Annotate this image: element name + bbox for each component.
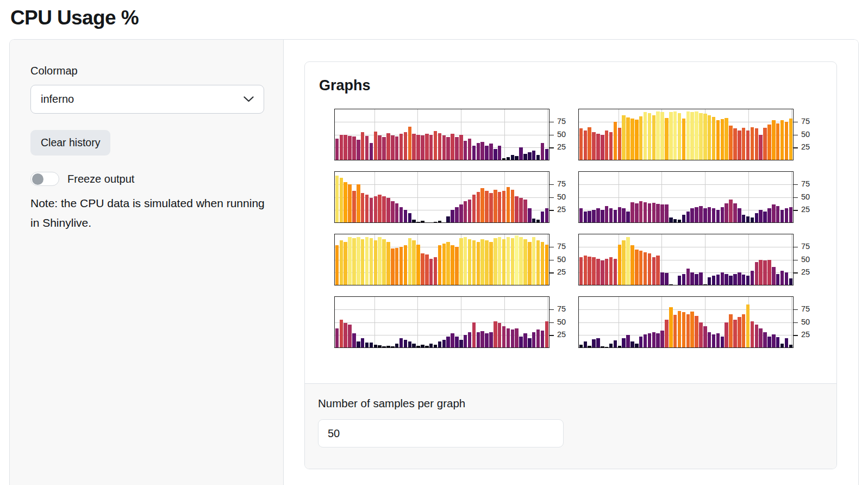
- bar: [438, 341, 442, 347]
- bar: [644, 202, 647, 222]
- bar: [665, 118, 669, 160]
- bar: [626, 212, 630, 222]
- bar: [592, 257, 596, 285]
- bar: [712, 208, 716, 222]
- bar: [742, 275, 746, 285]
- bar: [644, 334, 647, 347]
- bar: [340, 240, 344, 285]
- bar: [579, 128, 583, 160]
- bar: [434, 257, 438, 285]
- bar: [588, 257, 591, 285]
- clear-history-button[interactable]: Clear history: [30, 130, 110, 156]
- bar: [630, 245, 634, 285]
- bar: [716, 120, 720, 160]
- bar: [412, 344, 416, 347]
- charts-grid: 2550752550752550752550752550752550752550…: [334, 109, 823, 348]
- toggle-knob-icon: [32, 173, 43, 185]
- bar: [519, 337, 523, 347]
- bar: [609, 132, 613, 160]
- bar: [656, 111, 660, 160]
- bar: [352, 333, 356, 347]
- bar: [395, 136, 399, 160]
- cpu-graph-2: 255075: [578, 109, 822, 160]
- bar: [340, 320, 344, 347]
- bar: [472, 195, 476, 222]
- bar: [579, 208, 583, 222]
- bar: [391, 346, 395, 347]
- samples-input[interactable]: [318, 419, 564, 447]
- bar: [652, 115, 656, 160]
- bar: [601, 135, 604, 160]
- freeze-toggle-row: Freeze output: [30, 172, 263, 186]
- bar: [639, 251, 643, 285]
- bar: [352, 238, 356, 285]
- cpu-graph-3: 255075: [334, 171, 578, 223]
- bar: [404, 210, 408, 222]
- bar: [494, 190, 497, 222]
- bar: [536, 155, 540, 160]
- bar: [498, 192, 502, 222]
- bar: [523, 333, 527, 347]
- bar: [446, 137, 450, 160]
- bar: [523, 200, 527, 222]
- bar: [451, 333, 454, 347]
- bar: [344, 135, 347, 160]
- cpu-graph-4: 255075: [578, 171, 822, 223]
- bar: [682, 119, 686, 160]
- bar: [412, 240, 416, 285]
- graphs-title: Graphs: [319, 77, 823, 94]
- bar: [592, 132, 596, 160]
- samples-label: Number of samples per graph: [318, 397, 823, 410]
- freeze-toggle[interactable]: [30, 172, 59, 186]
- bar: [759, 210, 763, 222]
- bar: [502, 239, 506, 285]
- cpu-graph-6-bars: [579, 234, 793, 285]
- bar: [421, 221, 424, 222]
- bar: [785, 272, 789, 285]
- y-tick-label: 25: [557, 331, 566, 339]
- bar: [725, 274, 728, 285]
- note-text: Note: the CPU data is simulated when run…: [30, 194, 265, 233]
- bar: [395, 248, 399, 285]
- bar: [541, 242, 545, 285]
- bar: [532, 332, 536, 347]
- bar: [480, 239, 484, 285]
- bar: [665, 204, 669, 222]
- bar: [639, 116, 643, 160]
- bar: [618, 346, 622, 347]
- bar: [738, 272, 741, 285]
- bar: [446, 337, 450, 347]
- bar: [596, 134, 600, 160]
- bar: [695, 207, 698, 222]
- bar: [605, 259, 609, 285]
- cpu-graph-2-yaxis: 255075: [794, 109, 822, 160]
- bar: [767, 125, 771, 160]
- y-tick-label: 50: [557, 256, 566, 264]
- cpu-graph-4-yaxis: 255075: [794, 171, 822, 223]
- bar: [370, 198, 373, 222]
- bar: [665, 273, 669, 285]
- bar: [374, 196, 378, 222]
- colormap-select[interactable]: inferno: [30, 85, 264, 114]
- bar: [673, 111, 677, 160]
- bar: [344, 182, 347, 222]
- bar: [395, 344, 399, 347]
- cpu-graph-3-bars: [335, 172, 549, 222]
- bar: [678, 311, 682, 347]
- bar: [399, 207, 403, 222]
- bar: [477, 332, 480, 347]
- bar: [626, 117, 630, 160]
- bar: [335, 328, 339, 347]
- bar: [605, 130, 609, 160]
- bar: [721, 337, 725, 347]
- bar: [477, 242, 480, 285]
- bar: [335, 176, 339, 222]
- y-tick-label: 50: [801, 130, 810, 139]
- bar: [588, 211, 591, 222]
- bar: [789, 119, 793, 160]
- bar: [592, 210, 596, 222]
- y-tick-mark: [549, 122, 554, 123]
- bar: [729, 200, 733, 222]
- cpu-graph-5: 255075: [334, 234, 578, 285]
- bar: [386, 346, 390, 347]
